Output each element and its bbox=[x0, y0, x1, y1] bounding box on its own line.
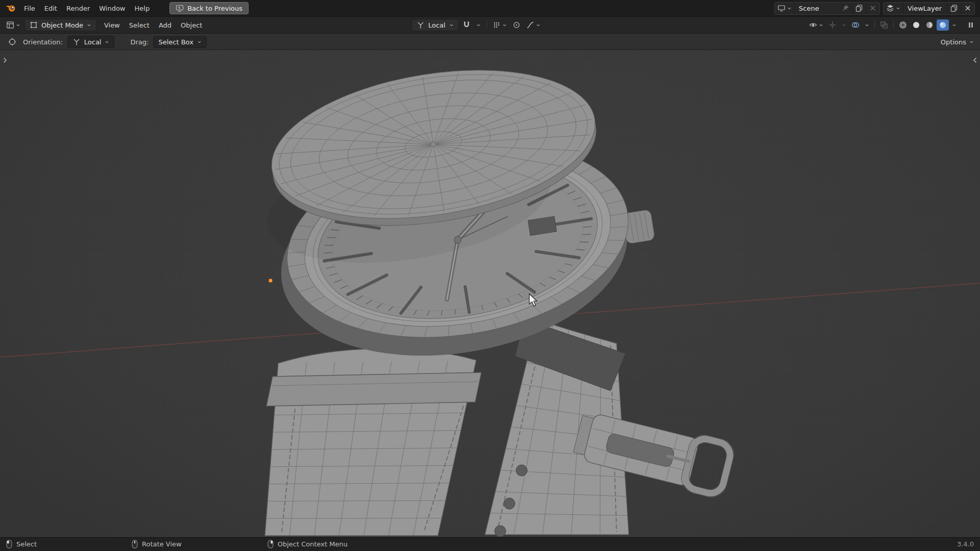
axis-icon bbox=[72, 38, 81, 46]
viewport-header: Object Mode View Select Add Object Local bbox=[0, 16, 980, 34]
orientation-dropdown[interactable]: Local bbox=[67, 36, 115, 48]
chevron-down-icon bbox=[16, 23, 20, 28]
viewport-menus: View Select Add Object bbox=[100, 19, 207, 31]
blender-logo-icon[interactable] bbox=[5, 3, 16, 14]
status-hint-context-menu: Object Context Menu bbox=[267, 540, 348, 548]
material-sphere-icon bbox=[925, 21, 934, 29]
menu-help[interactable]: Help bbox=[130, 3, 155, 14]
middle-mouse-icon bbox=[132, 540, 138, 548]
separator bbox=[893, 21, 894, 29]
watch-strap-left bbox=[265, 348, 481, 536]
shading-material-button[interactable] bbox=[923, 19, 936, 31]
shading-rendered-button[interactable] bbox=[937, 19, 949, 31]
chevron-down-icon bbox=[449, 23, 454, 28]
viewport-canvas[interactable] bbox=[0, 50, 980, 537]
shading-dropdown[interactable] bbox=[950, 21, 959, 29]
toolbar-region-toggle[interactable] bbox=[1, 56, 9, 64]
falloff-dropdown[interactable] bbox=[524, 19, 543, 31]
watch-object[interactable] bbox=[258, 50, 737, 537]
chevron-right-icon bbox=[1, 56, 9, 64]
axis-icon bbox=[416, 21, 425, 29]
menu-select[interactable]: Select bbox=[125, 19, 154, 31]
drag-dropdown[interactable]: Select Box bbox=[153, 36, 206, 48]
pin-icon bbox=[841, 4, 849, 12]
object-visibility-dropdown[interactable] bbox=[807, 19, 825, 31]
3d-viewport[interactable] bbox=[0, 50, 980, 537]
snapping-dropdown[interactable] bbox=[474, 21, 483, 29]
snapping-toggle[interactable] bbox=[460, 19, 473, 31]
menu-object[interactable]: Object bbox=[176, 19, 207, 31]
pin-scene-button[interactable] bbox=[838, 3, 852, 14]
scene-browse-button[interactable] bbox=[775, 3, 794, 14]
back-screen-icon bbox=[176, 4, 184, 12]
close-icon bbox=[869, 4, 877, 12]
mode-selector-label: Object Mode bbox=[41, 21, 83, 29]
chevron-down-icon bbox=[819, 23, 823, 28]
menu-file[interactable]: File bbox=[19, 3, 40, 14]
transform-orientation-selector[interactable]: Local bbox=[411, 19, 459, 31]
viewport-header-right bbox=[807, 19, 977, 31]
chevron-down-icon bbox=[197, 40, 202, 44]
chevron-down-icon bbox=[896, 6, 900, 11]
viewlayer-browse-button[interactable] bbox=[884, 3, 903, 14]
viewport-header-center: Local bbox=[411, 19, 543, 31]
copy-icon bbox=[950, 4, 958, 12]
gizmos-dropdown[interactable] bbox=[840, 21, 848, 29]
status-hint-rotate: Rotate View bbox=[132, 540, 182, 548]
proportional-editing-toggle[interactable] bbox=[510, 19, 523, 31]
layers-icon bbox=[886, 4, 894, 12]
select-hint-label: Select bbox=[16, 540, 37, 548]
new-scene-button[interactable] bbox=[852, 3, 866, 14]
new-view-layer-button[interactable] bbox=[947, 3, 961, 14]
active-tool-icon[interactable] bbox=[6, 36, 18, 47]
options-dropdown[interactable]: Options bbox=[941, 38, 974, 46]
topbar-menus: File Edit Render Window Help bbox=[19, 3, 154, 14]
chevron-down-icon bbox=[969, 40, 974, 44]
sidebar-region-toggle[interactable] bbox=[971, 56, 979, 64]
chevron-down-icon bbox=[105, 40, 109, 44]
pause-button[interactable] bbox=[965, 19, 977, 31]
chevron-down-icon bbox=[476, 23, 481, 28]
back-to-previous-label: Back to Previous bbox=[187, 5, 242, 12]
orientation-value: Local bbox=[84, 38, 102, 46]
status-bar: Select Rotate View Object Context Menu 3… bbox=[0, 537, 980, 551]
menu-window[interactable]: Window bbox=[94, 3, 130, 14]
gizmo-icon bbox=[828, 21, 837, 29]
gizmos-toggle[interactable] bbox=[826, 19, 839, 31]
rotate-hint-label: Rotate View bbox=[142, 540, 182, 548]
menu-edit[interactable]: Edit bbox=[40, 3, 62, 14]
chevron-left-icon bbox=[971, 56, 979, 64]
menu-render[interactable]: Render bbox=[62, 3, 94, 14]
left-mouse-icon bbox=[6, 540, 12, 548]
falloff-curve-icon bbox=[526, 21, 534, 29]
transform-orientation-label: Local bbox=[428, 21, 446, 29]
unlink-scene-button[interactable] bbox=[866, 3, 879, 14]
overlays-toggle[interactable] bbox=[849, 19, 862, 31]
chevron-down-icon bbox=[842, 23, 846, 28]
scene-selector: Scene bbox=[774, 2, 880, 15]
topbar: File Edit Render Window Help Back to Pre… bbox=[0, 0, 980, 16]
menu-add[interactable]: Add bbox=[154, 19, 176, 31]
proportional-circle-icon bbox=[512, 21, 521, 29]
editor-type-button[interactable] bbox=[4, 19, 22, 31]
scene-name-field[interactable]: Scene bbox=[794, 3, 838, 14]
mode-selector[interactable]: Object Mode bbox=[24, 19, 96, 31]
chevron-down-icon bbox=[787, 6, 792, 11]
menu-view[interactable]: View bbox=[100, 19, 125, 31]
overlays-dropdown[interactable] bbox=[863, 21, 871, 29]
back-to-previous-button[interactable]: Back to Previous bbox=[169, 2, 249, 14]
remove-view-layer-button[interactable] bbox=[961, 3, 974, 14]
view-layer-name-field[interactable]: ViewLayer bbox=[903, 3, 947, 14]
xray-toggle[interactable] bbox=[878, 19, 890, 31]
eye-icon bbox=[809, 21, 817, 29]
shading-wireframe-button[interactable] bbox=[897, 19, 909, 31]
wireframe-sphere-icon bbox=[899, 21, 907, 29]
grid-dots-icon bbox=[493, 21, 501, 29]
snap-target-dropdown[interactable] bbox=[491, 19, 509, 31]
status-hint-select: Select bbox=[6, 540, 37, 548]
chevron-down-icon bbox=[502, 23, 507, 28]
tool-crosshair-icon bbox=[8, 38, 16, 46]
chevron-down-icon bbox=[952, 23, 957, 28]
shading-solid-button[interactable] bbox=[910, 19, 922, 31]
chevron-down-icon bbox=[87, 23, 91, 28]
